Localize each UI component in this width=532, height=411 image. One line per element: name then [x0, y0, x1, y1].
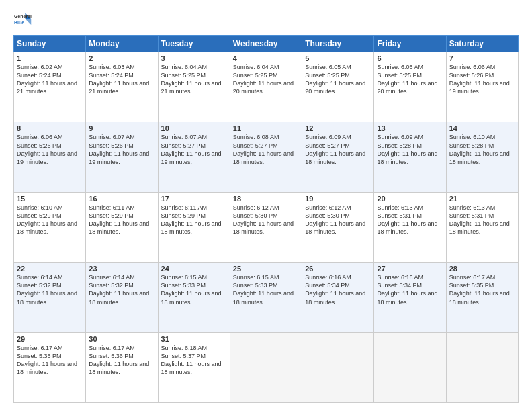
calendar-cell: 8 Sunrise: 6:06 AMSunset: 5:26 PMDayligh… — [14, 122, 86, 192]
calendar-cell: 28 Sunrise: 6:17 AMSunset: 5:35 PMDaylig… — [446, 263, 518, 332]
calendar-cell: 22 Sunrise: 6:14 AMSunset: 5:32 PMDaylig… — [14, 263, 86, 332]
header-row: SundayMondayTuesdayWednesdayThursdayFrid… — [14, 36, 519, 52]
day-detail: Sunrise: 6:17 AMSunset: 5:35 PMDaylight:… — [449, 274, 510, 305]
day-detail: Sunrise: 6:15 AMSunset: 5:33 PMDaylight:… — [161, 274, 222, 305]
calendar-cell: 30 Sunrise: 6:17 AMSunset: 5:36 PMDaylig… — [86, 332, 158, 402]
day-number: 22 — [17, 265, 83, 273]
day-detail: Sunrise: 6:14 AMSunset: 5:32 PMDaylight:… — [89, 274, 149, 305]
week-row-3: 15 Sunrise: 6:10 AMSunset: 5:29 PMDaylig… — [14, 192, 519, 262]
day-detail: Sunrise: 6:12 AMSunset: 5:30 PMDaylight:… — [305, 204, 365, 235]
day-detail: Sunrise: 6:08 AMSunset: 5:27 PMDaylight:… — [233, 134, 294, 165]
calendar-cell: 18 Sunrise: 6:12 AMSunset: 5:30 PMDaylig… — [230, 192, 302, 262]
svg-text:Blue: Blue — [14, 20, 24, 25]
col-header-tuesday: Tuesday — [158, 36, 230, 52]
col-header-wednesday: Wednesday — [230, 36, 302, 52]
day-number: 13 — [377, 124, 443, 132]
calendar-cell: 26 Sunrise: 6:16 AMSunset: 5:34 PMDaylig… — [302, 263, 374, 332]
day-detail: Sunrise: 6:07 AMSunset: 5:26 PMDaylight:… — [89, 134, 149, 165]
col-header-sunday: Sunday — [14, 36, 86, 52]
day-number: 21 — [449, 195, 515, 203]
day-detail: Sunrise: 6:15 AMSunset: 5:33 PMDaylight:… — [233, 274, 294, 305]
day-number: 29 — [17, 335, 83, 343]
week-row-2: 8 Sunrise: 6:06 AMSunset: 5:26 PMDayligh… — [14, 122, 519, 192]
week-row-5: 29 Sunrise: 6:17 AMSunset: 5:35 PMDaylig… — [14, 332, 519, 402]
calendar-cell: 1 Sunrise: 6:02 AMSunset: 5:24 PMDayligh… — [14, 52, 86, 122]
calendar-cell: 20 Sunrise: 6:13 AMSunset: 5:31 PMDaylig… — [374, 192, 446, 262]
day-detail: Sunrise: 6:10 AMSunset: 5:28 PMDaylight:… — [449, 134, 510, 165]
day-number: 14 — [449, 124, 515, 132]
calendar-cell: 11 Sunrise: 6:08 AMSunset: 5:27 PMDaylig… — [230, 122, 302, 192]
calendar-cell — [230, 332, 302, 402]
day-detail: Sunrise: 6:11 AMSunset: 5:29 PMDaylight:… — [161, 204, 222, 235]
calendar-cell: 15 Sunrise: 6:10 AMSunset: 5:29 PMDaylig… — [14, 192, 86, 262]
calendar-cell — [302, 332, 374, 402]
page: General Blue SundayMondayTuesdayWednesda… — [0, 0, 532, 411]
day-number: 11 — [233, 124, 299, 132]
day-detail: Sunrise: 6:05 AMSunset: 5:25 PMDaylight:… — [377, 64, 437, 95]
calendar-table: SundayMondayTuesdayWednesdayThursdayFrid… — [13, 35, 519, 403]
day-detail: Sunrise: 6:07 AMSunset: 5:27 PMDaylight:… — [161, 134, 222, 165]
logo: General Blue — [13, 11, 32, 30]
calendar-cell: 16 Sunrise: 6:11 AMSunset: 5:29 PMDaylig… — [86, 192, 158, 262]
day-detail: Sunrise: 6:14 AMSunset: 5:32 PMDaylight:… — [17, 274, 77, 305]
day-number: 6 — [377, 54, 443, 62]
day-detail: Sunrise: 6:12 AMSunset: 5:30 PMDaylight:… — [233, 204, 294, 235]
calendar-cell: 6 Sunrise: 6:05 AMSunset: 5:25 PMDayligh… — [374, 52, 446, 122]
day-detail: Sunrise: 6:03 AMSunset: 5:24 PMDaylight:… — [89, 64, 149, 95]
day-detail: Sunrise: 6:05 AMSunset: 5:25 PMDaylight:… — [305, 64, 365, 95]
day-number: 24 — [161, 265, 227, 273]
calendar-cell: 9 Sunrise: 6:07 AMSunset: 5:26 PMDayligh… — [86, 122, 158, 192]
day-number: 18 — [233, 195, 299, 203]
calendar-cell — [446, 332, 518, 402]
col-header-saturday: Saturday — [446, 36, 518, 52]
day-number: 7 — [449, 54, 515, 62]
day-number: 1 — [17, 54, 83, 62]
day-number: 10 — [161, 124, 227, 132]
header: General Blue — [13, 11, 519, 30]
day-number: 31 — [161, 335, 227, 343]
day-detail: Sunrise: 6:18 AMSunset: 5:37 PMDaylight:… — [161, 345, 222, 375]
day-detail: Sunrise: 6:06 AMSunset: 5:26 PMDaylight:… — [17, 134, 77, 165]
day-number: 16 — [89, 195, 154, 203]
calendar-cell: 7 Sunrise: 6:06 AMSunset: 5:26 PMDayligh… — [446, 52, 518, 122]
day-number: 30 — [89, 335, 154, 343]
calendar-cell: 2 Sunrise: 6:03 AMSunset: 5:24 PMDayligh… — [86, 52, 158, 122]
day-number: 17 — [161, 195, 227, 203]
day-detail: Sunrise: 6:09 AMSunset: 5:27 PMDaylight:… — [305, 134, 365, 165]
day-detail: Sunrise: 6:06 AMSunset: 5:26 PMDaylight:… — [449, 64, 510, 95]
calendar-cell: 17 Sunrise: 6:11 AMSunset: 5:29 PMDaylig… — [158, 192, 230, 262]
calendar-cell: 23 Sunrise: 6:14 AMSunset: 5:32 PMDaylig… — [86, 263, 158, 332]
day-number: 12 — [305, 124, 371, 132]
calendar-cell: 29 Sunrise: 6:17 AMSunset: 5:35 PMDaylig… — [14, 332, 86, 402]
day-number: 15 — [17, 195, 83, 203]
day-detail: Sunrise: 6:13 AMSunset: 5:31 PMDaylight:… — [377, 204, 437, 235]
calendar-cell: 31 Sunrise: 6:18 AMSunset: 5:37 PMDaylig… — [158, 332, 230, 402]
calendar-cell: 13 Sunrise: 6:09 AMSunset: 5:28 PMDaylig… — [374, 122, 446, 192]
day-detail: Sunrise: 6:11 AMSunset: 5:29 PMDaylight:… — [89, 204, 149, 235]
day-detail: Sunrise: 6:09 AMSunset: 5:28 PMDaylight:… — [377, 134, 437, 165]
day-number: 26 — [305, 265, 371, 273]
calendar-cell: 3 Sunrise: 6:04 AMSunset: 5:25 PMDayligh… — [158, 52, 230, 122]
col-header-friday: Friday — [374, 36, 446, 52]
day-detail: Sunrise: 6:17 AMSunset: 5:36 PMDaylight:… — [89, 345, 149, 375]
calendar-cell: 21 Sunrise: 6:13 AMSunset: 5:31 PMDaylig… — [446, 192, 518, 262]
day-number: 19 — [305, 195, 371, 203]
calendar-cell: 5 Sunrise: 6:05 AMSunset: 5:25 PMDayligh… — [302, 52, 374, 122]
svg-text:General: General — [14, 14, 32, 19]
calendar-cell: 10 Sunrise: 6:07 AMSunset: 5:27 PMDaylig… — [158, 122, 230, 192]
day-detail: Sunrise: 6:10 AMSunset: 5:29 PMDaylight:… — [17, 204, 77, 235]
day-number: 5 — [305, 54, 371, 62]
day-number: 28 — [449, 265, 515, 273]
col-header-thursday: Thursday — [302, 36, 374, 52]
calendar-cell — [374, 332, 446, 402]
week-row-1: 1 Sunrise: 6:02 AMSunset: 5:24 PMDayligh… — [14, 52, 519, 122]
week-row-4: 22 Sunrise: 6:14 AMSunset: 5:32 PMDaylig… — [14, 263, 519, 332]
day-number: 23 — [89, 265, 154, 273]
calendar-cell: 12 Sunrise: 6:09 AMSunset: 5:27 PMDaylig… — [302, 122, 374, 192]
day-detail: Sunrise: 6:04 AMSunset: 5:25 PMDaylight:… — [161, 64, 222, 95]
day-number: 2 — [89, 54, 154, 62]
day-number: 27 — [377, 265, 443, 273]
day-number: 25 — [233, 265, 299, 273]
day-detail: Sunrise: 6:04 AMSunset: 5:25 PMDaylight:… — [233, 64, 294, 95]
calendar-cell: 19 Sunrise: 6:12 AMSunset: 5:30 PMDaylig… — [302, 192, 374, 262]
